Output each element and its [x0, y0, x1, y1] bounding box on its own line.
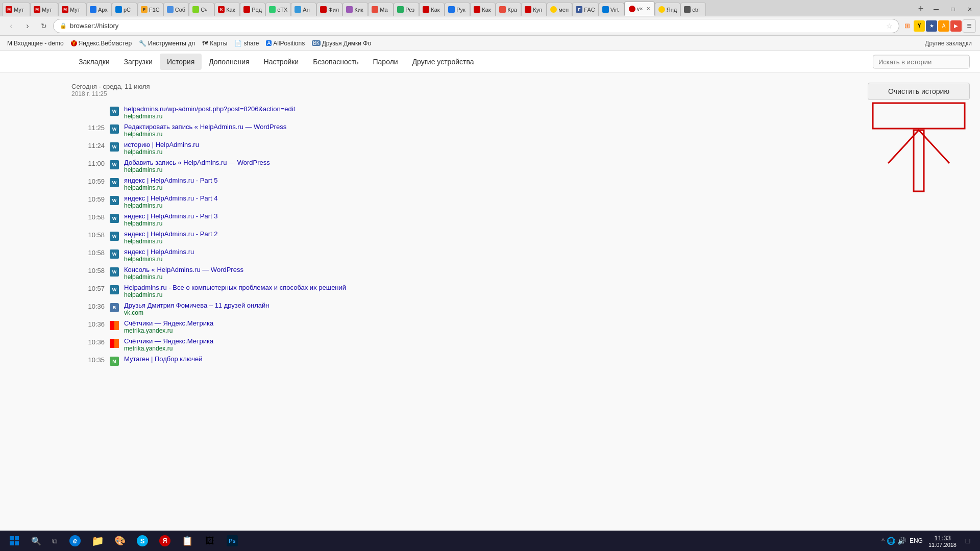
item-title-7[interactable]: яндекс | HelpAdmins.ru - Part 2 [124, 230, 217, 238]
item-title-3[interactable]: Добавить запись « HelpAdmins.ru — WordPr… [124, 159, 270, 166]
tab-2[interactable]: M Мут [30, 3, 58, 16]
taskbar-paint-icon[interactable]: 🎨 [109, 531, 131, 550]
tab-1[interactable]: M Мут [2, 3, 30, 16]
item-title-0[interactable]: helpadmins.ru/wp-admin/post.php?post=820… [124, 105, 295, 113]
bookmark-vk[interactable]: ВК Друзья Димки Фо [309, 39, 374, 48]
item-title-4[interactable]: яндекс | HelpAdmins.ru - Part 5 [124, 177, 217, 184]
taskbar-search-button[interactable]: 🔍 [28, 531, 45, 550]
tab-12[interactable]: Ан [291, 3, 316, 16]
tray-language[interactable]: ENG [908, 537, 924, 544]
tab-9[interactable]: К Как [214, 3, 240, 16]
taskbar-photoshop-icon[interactable]: Ps [222, 531, 243, 550]
tab-17[interactable]: Как [419, 3, 445, 16]
close-button[interactable]: × [962, 4, 978, 15]
item-title-11[interactable]: Друзья Дмитрия Фомичева – 11 друзей онла… [124, 302, 269, 309]
tab-16[interactable]: Рез [394, 3, 419, 16]
url-scheme-icon: 🔒 [60, 22, 67, 29]
back-button[interactable]: ‹ [4, 19, 18, 33]
rss-icon[interactable]: ⊞ [901, 20, 913, 32]
bookmark-mail[interactable]: M Входящие - demo [4, 39, 67, 48]
tab-4[interactable]: Арх [86, 3, 112, 16]
tray-time: 11:33 [928, 534, 957, 542]
item-title-9[interactable]: Консоль « HelpAdmins.ru — WordPress [124, 266, 243, 273]
taskbar-app1-icon[interactable]: 📋 [177, 531, 198, 550]
extension-icon-1[interactable]: Y [914, 20, 925, 32]
tab-19[interactable]: Как [470, 3, 496, 16]
tab-3[interactable]: M Мут [58, 3, 86, 16]
tab-history[interactable]: История [160, 54, 202, 70]
item-url-13: metrika.yandex.ru [124, 345, 213, 352]
taskbar-skype-icon[interactable]: S [132, 531, 153, 550]
item-title-8[interactable]: яндекс | HelpAdmins.ru [124, 248, 194, 256]
bookmark-share[interactable]: 📄 share [231, 39, 262, 48]
tab-other-devices[interactable]: Другие устройства [405, 54, 481, 70]
item-title-2[interactable]: историю | HelpAdmins.ru [124, 141, 199, 148]
tab-5[interactable]: рС [112, 3, 137, 16]
bookmark-maps[interactable]: 🗺 Карты [199, 39, 230, 48]
bookmark-tools[interactable]: 🔧 Инструменты дл [136, 39, 198, 48]
tab-addons[interactable]: Дополнения [202, 54, 256, 70]
extension-icon-2[interactable]: ★ [926, 20, 937, 32]
item-title-14[interactable]: Мутаген | Подбор ключей [124, 355, 203, 363]
extension-icon-3[interactable]: A [938, 20, 949, 32]
url-text[interactable]: browser://history [70, 22, 883, 30]
tab-23[interactable]: F FAC [572, 3, 598, 16]
tab-15[interactable]: Ма [368, 3, 394, 16]
forward-button[interactable]: › [20, 19, 35, 33]
bookmark-yandex-webmaster[interactable]: Y Яндекс.Вебмастер [68, 39, 135, 48]
clear-history-button[interactable]: Очистить историю [868, 83, 970, 100]
tray-clock[interactable]: 11:33 11.07.2018 [926, 534, 959, 548]
item-time-1: 11:25 [71, 123, 105, 132]
maximize-button[interactable]: □ [945, 4, 961, 15]
bookmark-star-icon[interactable]: ☆ [886, 22, 893, 30]
tray-volume-icon[interactable]: 🔊 [897, 537, 906, 545]
menu-button[interactable]: ≡ [963, 19, 976, 33]
tab-7[interactable]: Соб [163, 3, 189, 16]
taskbar-explorer-icon[interactable]: 📁 [87, 531, 108, 550]
task-view-button[interactable]: ⧉ [46, 531, 63, 550]
minimize-button[interactable]: ─ [928, 4, 944, 15]
notification-center-button[interactable]: □ [961, 532, 975, 550]
taskbar-yandex-icon[interactable]: Я [154, 531, 176, 550]
taskbar-ie-icon[interactable]: e [64, 531, 86, 550]
tab-13[interactable]: Фил [316, 3, 342, 16]
tab-passwords[interactable]: Пароли [366, 54, 405, 70]
tab-14[interactable]: Кик [342, 3, 368, 16]
item-title-13[interactable]: Счётчики — Яндекс.Метрика [124, 337, 213, 345]
tab-security[interactable]: Безопасность [306, 54, 365, 70]
tab-downloads[interactable]: Загрузки [117, 54, 160, 70]
item-title-10[interactable]: Helpadmins.ru - Все о компьютерных пробл… [124, 284, 346, 291]
reload-button[interactable]: ↻ [37, 19, 51, 33]
tab-18[interactable]: Рук [445, 3, 470, 16]
taskbar-gallery-icon[interactable]: 🖼 [199, 531, 220, 550]
new-tab-button[interactable]: + [914, 3, 927, 16]
tab-11[interactable]: eTX [265, 3, 291, 16]
bookmark-mail-icon: M [7, 40, 12, 47]
tray-network-icon[interactable]: 🌐 [887, 537, 895, 545]
bookmark-allpositions[interactable]: A AllPositions [263, 39, 308, 48]
item-details-5: яндекс | HelpAdmins.ru - Part 4 helpadmi… [124, 194, 217, 209]
tray-expand-icon[interactable]: ^ [881, 537, 885, 544]
item-title-6[interactable]: яндекс | HelpAdmins.ru - Part 3 [124, 212, 217, 220]
item-title-1[interactable]: Редактировать запись « HelpAdmins.ru — W… [124, 123, 286, 131]
history-item-2: 11:24 W историю | HelpAdmins.ru helpadmi… [71, 139, 909, 157]
item-title-12[interactable]: Счётчики — Яндекс.Метрика [124, 319, 213, 327]
history-search-input[interactable] [873, 55, 970, 68]
tab-26[interactable]: ctrl [680, 3, 706, 16]
tab-bookmarks[interactable]: Закладки [71, 54, 117, 70]
extension-icon-4[interactable]: ▶ [950, 20, 962, 32]
tab-6[interactable]: F F1C [137, 3, 163, 16]
tab-10[interactable]: Рeд [240, 3, 265, 16]
tab-settings[interactable]: Настройки [257, 54, 306, 70]
tab-25[interactable]: Янд [655, 3, 680, 16]
start-button[interactable] [2, 531, 27, 550]
tab-21[interactable]: Куп [521, 3, 547, 16]
tab-active[interactable]: v× × [624, 2, 655, 16]
tab-24[interactable]: Virt [599, 3, 624, 16]
tab-20[interactable]: Кра [496, 3, 521, 16]
tab-8[interactable]: Сч [189, 3, 214, 16]
bookmarks-more[interactable]: Другие закладки [921, 40, 976, 47]
item-details-2: историю | HelpAdmins.ru helpadmins.ru [124, 141, 199, 156]
item-title-5[interactable]: яндекс | HelpAdmins.ru - Part 4 [124, 194, 217, 202]
tab-22[interactable]: мен [547, 3, 572, 16]
